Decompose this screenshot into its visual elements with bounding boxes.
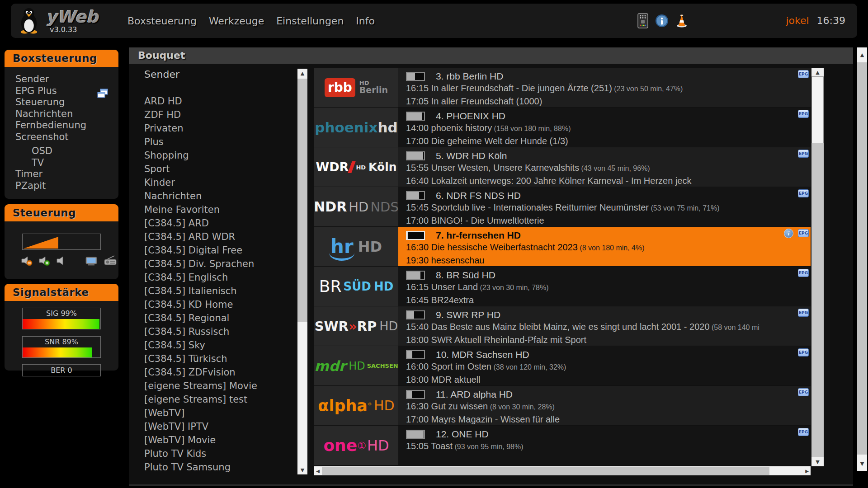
channel-scroll-thumb[interactable] (811, 76, 824, 143)
epg-badge[interactable]: EPG (798, 428, 809, 436)
epg-badge[interactable]: EPG (798, 110, 809, 118)
vlc-icon[interactable] (675, 14, 688, 29)
epg-badge[interactable]: EPG (798, 70, 809, 78)
channel-row-wdr-hd-k-ln[interactable]: WDRHDKöln5. WDR HD Köln15:55 Unser Weste… (314, 147, 811, 187)
bouquet-item--webtv-[interactable]: [WebTV] (136, 406, 294, 420)
progress-indicator (406, 430, 425, 439)
remote-icon[interactable] (637, 13, 648, 30)
channel-scrollbar-horizontal[interactable]: ◀ ▶ (314, 466, 811, 475)
bouquet-item-nachrichten[interactable]: Nachrichten (136, 189, 294, 203)
bouquet-item--webtv-movie[interactable]: [WebTV] Movie (136, 433, 294, 447)
channel-row-rbb-berlin-hd[interactable]: rbbHDBerlin3. rbb Berlin HD16:15 In alle… (314, 68, 811, 107)
page-scroll-thumb[interactable] (857, 62, 867, 455)
volume-down-icon[interactable] (21, 255, 33, 268)
volume-up-icon[interactable] (38, 255, 50, 268)
menu-item-werkzeuge[interactable]: Werkzeuge (209, 15, 264, 27)
bouquet-item--c384-5-italienisch[interactable]: [C384.5] Italienisch (136, 284, 294, 298)
radio-icon[interactable] (104, 255, 117, 268)
scroll-down-icon[interactable]: ▼ (857, 456, 867, 471)
channel-row-phoenix-hd[interactable]: phoenixhd4. PHOENIX HD14:00 phoenix hist… (314, 108, 811, 147)
bouquet-item-zdf-hd[interactable]: ZDF HD (136, 108, 294, 122)
epg-line: 17:00 Mayrs Magazin - Wissen für alle (406, 413, 811, 425)
epg-badge[interactable]: EPG (798, 150, 809, 158)
bouquet-item--c384-5-sky[interactable]: [C384.5] Sky (136, 338, 294, 352)
scroll-right-icon[interactable]: ▶ (803, 466, 811, 475)
sidebar-item-nachrichten[interactable]: Nachrichten (15, 108, 118, 120)
bouquet-item--c384-5-kd-home[interactable]: [C384.5] KD Home (136, 298, 294, 311)
sidebar-item-osd[interactable]: OSD (15, 145, 118, 157)
channel-logo-cell: mdrHDSACHSEN (314, 346, 398, 385)
progress-indicator (406, 231, 425, 240)
page-scrollbar[interactable]: ▲ ▼ (857, 47, 867, 471)
bouquet-item--webtv-iptv[interactable]: [WebTV] IPTV (136, 420, 294, 433)
channel-row-swr-rp-hd[interactable]: SWR»RPHD9. SWR RP HD15:40 Das Beste aus … (314, 306, 811, 346)
sidebar-item-timer[interactable]: Timer (15, 169, 118, 180)
scroll-down-icon[interactable]: ▼ (811, 457, 824, 466)
epg-badge[interactable]: EPG (798, 348, 809, 357)
epg-badge[interactable]: EPG (798, 229, 809, 237)
bouquet-item--eigene-streams-test[interactable]: [eigene Streams] test (136, 393, 294, 406)
bouquet-item-privaten[interactable]: Privaten (136, 122, 294, 135)
epg-badge[interactable]: EPG (798, 309, 809, 317)
bouquet-selected[interactable]: Sender (136, 69, 294, 84)
bouquet-item-ard-hd[interactable]: ARD HD (136, 94, 294, 108)
bouquet-item--c384-5-englisch[interactable]: [C384.5] Englisch (136, 271, 294, 284)
bouquet-item-meine-favoriten[interactable]: Meine Favoriten (136, 203, 294, 216)
scroll-up-icon[interactable]: ▲ (297, 69, 307, 78)
bouquet-item-shopping[interactable]: Shopping (136, 149, 294, 162)
bouquet-item--c384-5-ard[interactable]: [C384.5] ARD (136, 216, 294, 230)
sidebar-item-fernbedienung[interactable]: Fernbedienung (15, 120, 118, 131)
channel-name: 10. MDR Sachsen HD (436, 349, 529, 360)
windows-icon[interactable] (97, 89, 108, 101)
epg-badge[interactable]: EPG (798, 388, 809, 396)
bouquet-item-pluto-tv-samsung[interactable]: Pluto TV Samsung (136, 460, 294, 474)
boxsteuerung-items: SenderEPG PlusSteuerungNachrichtenFernbe… (5, 67, 118, 192)
sidebar-item-pzapit[interactable]: PZapit (15, 180, 118, 192)
bouquet-item--c384-5-zdfvision[interactable]: [C384.5] ZDFvision (136, 366, 294, 379)
channel-row-ard-alpha-hd[interactable]: αlpha°HD11. ARD alpha HD16:30 Gut zu wis… (314, 386, 811, 425)
bouquet-item-pluto-tv-kids[interactable]: Pluto TV Kids (136, 447, 294, 460)
channel-row-one-hd[interactable]: one①HD12. ONE HD15:05 Toast (93 von 95 m… (314, 426, 811, 465)
channel-row-ndr-fs-nds-hd[interactable]: NDRHDNDS6. NDR FS NDS HD15:45 Sportclub … (314, 187, 811, 226)
channel-scrollbar-vertical[interactable]: ▲ ▼ (811, 68, 824, 466)
bouquet-item--c384-5-russisch[interactable]: [C384.5] Russisch (136, 325, 294, 338)
sidebar-item-screenshot[interactable]: Screenshot (15, 131, 118, 143)
scroll-up-icon[interactable]: ▲ (811, 68, 824, 77)
bouquet-item--c384-5-div-sprachen[interactable]: [C384.5] Div. Sprachen (136, 257, 294, 271)
channel-info: 5. WDR HD Köln15:55 Unser Westen, Unsere… (399, 147, 811, 187)
info-icon[interactable]: i (784, 229, 793, 238)
channel-logo-mdr: mdrHDSACHSEN (314, 358, 398, 374)
channel-info: 9. SWR RP HD15:40 Das Beste aus Mainz bl… (399, 306, 811, 346)
channel-info: 10. MDR Sachsen HD16:00 Sport im Osten (… (399, 346, 811, 385)
tv-icon[interactable] (85, 255, 98, 268)
menu-item-info[interactable]: Info (356, 15, 375, 27)
menu-item-boxsteuerung[interactable]: Boxsteuerung (127, 15, 197, 27)
mute-icon[interactable] (56, 255, 65, 268)
channel-hscroll-thumb[interactable] (322, 467, 769, 475)
epg-badge[interactable]: EPG (798, 269, 809, 277)
bouquet-item--c384-5-ard-wdr[interactable]: [C384.5] ARD WDR (136, 230, 294, 244)
bouquet-item-sport[interactable]: Sport (136, 162, 294, 176)
scroll-up-icon[interactable]: ▲ (857, 47, 867, 62)
sidebar-item-sender[interactable]: Sender (15, 74, 118, 85)
menu-item-einstellungen[interactable]: Einstellungen (276, 15, 344, 27)
channel-info: 7. hr-fernsehen HD16:30 Die hessische We… (399, 227, 811, 266)
rbb-logo-side: HDBerlin (359, 80, 388, 95)
epg-badge[interactable]: EPG (798, 189, 809, 197)
bouquet-item--c384-5-t-rkisch[interactable]: [C384.5] Türkisch (136, 352, 294, 366)
bouquet-item-kinder[interactable]: Kinder (136, 176, 294, 189)
channel-row-br-s-d-hd[interactable]: BRSÜDHD8. BR Süd HD16:15 Unser Land (23 … (314, 267, 811, 306)
info-icon[interactable] (655, 14, 669, 29)
channel-row-hr-fernsehen-hd[interactable]: hrHD7. hr-fernsehen HD16:30 Die hessisch… (314, 227, 811, 266)
bouquet-scrollbar[interactable]: ▲ ▼ (297, 69, 307, 474)
bouquet-item--c384-5-regional[interactable]: [C384.5] Regional (136, 311, 294, 325)
sidebar-item-tv[interactable]: TV (15, 157, 118, 169)
bouquet-scroll-thumb[interactable] (297, 79, 307, 322)
scroll-left-icon[interactable]: ◀ (314, 466, 321, 475)
volume-slider[interactable] (22, 234, 101, 250)
bouquet-item--eigene-streams-movie[interactable]: [eigene Streams] Movie (136, 379, 294, 393)
bouquet-item-plus[interactable]: Plus (136, 135, 294, 149)
scroll-down-icon[interactable]: ▼ (297, 465, 307, 474)
channel-row-mdr-sachsen-hd[interactable]: mdrHDSACHSEN10. MDR Sachsen HD16:00 Spor… (314, 346, 811, 385)
bouquet-item--c384-5-digital-free[interactable]: [C384.5] Digital Free (136, 244, 294, 257)
